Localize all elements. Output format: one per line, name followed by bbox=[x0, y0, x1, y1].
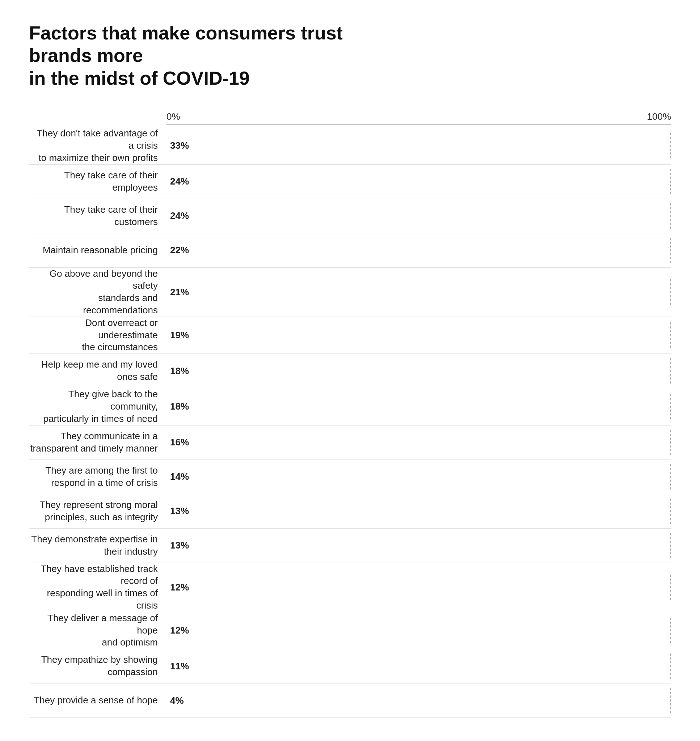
bar: 13% bbox=[166, 536, 189, 555]
table-row: They don't take advantage of a crisisto … bbox=[29, 128, 671, 164]
dashed-line bbox=[670, 464, 671, 490]
table-row: They deliver a message of hopeand optimi… bbox=[29, 612, 671, 649]
table-row: They demonstrate expertise intheir indus… bbox=[29, 528, 671, 563]
bar: 16% bbox=[166, 432, 189, 452]
axis-bar-col: 0% 100% bbox=[166, 111, 671, 125]
bar: 19% bbox=[166, 325, 189, 345]
bar: 14% bbox=[166, 467, 189, 487]
row-label: Help keep me and my lovedones safe bbox=[29, 358, 166, 383]
row-bar-area: 11% bbox=[166, 653, 671, 679]
bar-value-label: 12% bbox=[170, 582, 189, 593]
bar-value-label: 22% bbox=[170, 245, 189, 256]
table-row: They provide a sense of hope4% bbox=[29, 684, 671, 718]
table-row: They give back to the community,particul… bbox=[29, 388, 671, 425]
bar: 24% bbox=[166, 172, 189, 191]
bar-value-label: 21% bbox=[170, 286, 189, 298]
bar-value-label: 24% bbox=[170, 210, 189, 222]
bar-value-label: 18% bbox=[170, 365, 189, 377]
bar: 24% bbox=[166, 206, 189, 226]
row-label: Dont overreact or underestimatethe circu… bbox=[29, 317, 166, 354]
table-row: They empathize by showingcompassion11% bbox=[29, 649, 671, 684]
row-bar-area: 24% bbox=[166, 203, 671, 229]
dashed-line bbox=[670, 394, 671, 419]
bar-value-label: 13% bbox=[170, 540, 189, 551]
row-label: They communicate in atransparent and tim… bbox=[29, 430, 166, 455]
row-bar-area: 13% bbox=[166, 499, 671, 524]
axis-row: 0% 100% bbox=[29, 111, 671, 125]
dashed-line bbox=[670, 533, 671, 558]
table-row: They take care of theircustomers24% bbox=[29, 199, 671, 233]
table-row: They have established track record ofres… bbox=[29, 563, 671, 612]
row-label: Maintain reasonable pricing bbox=[29, 244, 166, 257]
dashed-line bbox=[670, 358, 671, 383]
table-row: They take care of their employees24% bbox=[29, 164, 671, 199]
bar: 11% bbox=[166, 656, 189, 676]
bar-value-label: 11% bbox=[170, 661, 189, 672]
bar: 13% bbox=[166, 501, 189, 521]
dashed-line bbox=[670, 653, 671, 679]
row-bar-area: 24% bbox=[166, 169, 671, 194]
row-label: They take care of their employees bbox=[29, 169, 166, 194]
bar: 22% bbox=[166, 240, 189, 260]
chart-area: 0% 100% They don't take advantage of a c… bbox=[29, 111, 671, 718]
row-label: Go above and beyond the safetystandards … bbox=[29, 268, 166, 317]
row-bar-area: 12% bbox=[166, 618, 671, 643]
axis-right-label: 100% bbox=[647, 111, 671, 122]
row-label: They are among the first torespond in a … bbox=[29, 465, 166, 489]
row-label: They have established track record ofres… bbox=[29, 563, 166, 612]
table-row: They are among the first torespond in a … bbox=[29, 460, 671, 494]
bar: 18% bbox=[166, 361, 189, 381]
dashed-line bbox=[670, 203, 671, 229]
axis-labels: 0% 100% bbox=[166, 111, 671, 125]
row-label: They provide a sense of hope bbox=[29, 694, 166, 707]
dashed-line bbox=[670, 133, 671, 158]
bar-value-label: 24% bbox=[170, 176, 189, 187]
dashed-line bbox=[670, 688, 671, 713]
table-row: Help keep me and my lovedones safe18% bbox=[29, 354, 671, 388]
dashed-line bbox=[670, 575, 671, 600]
dashed-line bbox=[670, 169, 671, 194]
row-bar-area: 19% bbox=[166, 322, 671, 348]
bar-value-label: 19% bbox=[170, 330, 189, 341]
row-bar-area: 33% bbox=[166, 133, 671, 158]
table-row: They represent strong moralprinciples, s… bbox=[29, 494, 671, 528]
axis-left-label: 0% bbox=[166, 111, 180, 122]
bar: 33% bbox=[166, 136, 189, 156]
bar-value-label: 14% bbox=[170, 471, 189, 482]
row-bar-area: 4% bbox=[166, 688, 671, 713]
bar: 21% bbox=[166, 282, 189, 302]
table-row: Dont overreact or underestimatethe circu… bbox=[29, 317, 671, 354]
bar: 12% bbox=[166, 577, 189, 597]
bar: 12% bbox=[166, 621, 189, 640]
row-label: They deliver a message of hopeand optimi… bbox=[29, 612, 166, 649]
row-bar-area: 12% bbox=[166, 575, 671, 600]
row-label: They don't take advantage of a crisisto … bbox=[29, 128, 166, 164]
row-bar-area: 14% bbox=[166, 464, 671, 490]
chart-container: Factors that make consumers trust brands… bbox=[29, 22, 671, 718]
bar: 4% bbox=[166, 691, 184, 711]
dashed-line bbox=[670, 322, 671, 348]
row-label: They demonstrate expertise intheir indus… bbox=[29, 533, 166, 558]
bar-value-label: 12% bbox=[170, 625, 189, 636]
dashed-line bbox=[670, 618, 671, 643]
bar-value-label: 4% bbox=[170, 695, 184, 706]
dashed-line bbox=[670, 279, 671, 305]
row-label: They give back to the community,particul… bbox=[29, 388, 166, 425]
table-row: Go above and beyond the safetystandards … bbox=[29, 268, 671, 317]
row-bar-area: 22% bbox=[166, 238, 671, 263]
row-bar-area: 18% bbox=[166, 394, 671, 419]
row-label: They empathize by showingcompassion bbox=[29, 654, 166, 678]
chart-title: Factors that make consumers trust brands… bbox=[29, 22, 355, 90]
bar-value-label: 33% bbox=[170, 140, 189, 151]
dashed-line bbox=[670, 430, 671, 455]
table-row: Maintain reasonable pricing22% bbox=[29, 233, 671, 268]
row-label: They take care of theircustomers bbox=[29, 204, 166, 228]
row-bar-area: 16% bbox=[166, 430, 671, 455]
bar: 18% bbox=[166, 396, 189, 417]
bars-container: They don't take advantage of a crisisto … bbox=[29, 128, 671, 718]
bar-value-label: 13% bbox=[170, 505, 189, 516]
table-row: They communicate in atransparent and tim… bbox=[29, 426, 671, 460]
row-bar-area: 13% bbox=[166, 533, 671, 558]
bar-value-label: 18% bbox=[170, 401, 189, 412]
bar-value-label: 16% bbox=[170, 437, 189, 448]
